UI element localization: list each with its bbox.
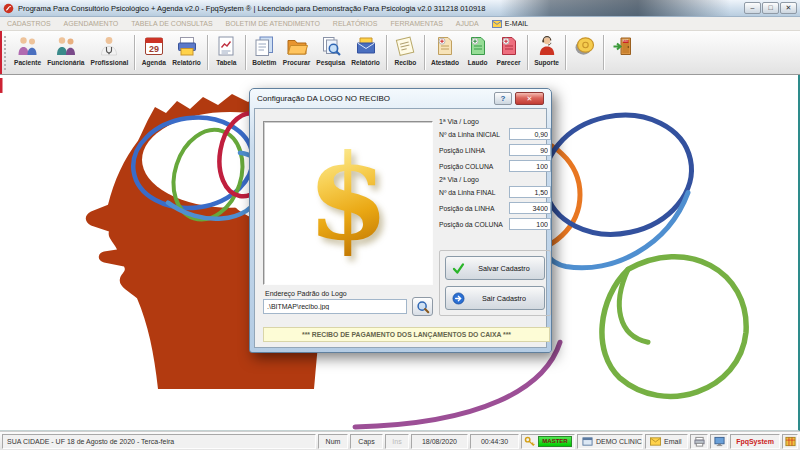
toolbar-procurar-button[interactable]: Procurar bbox=[280, 32, 314, 73]
toolbar-label: Laudo bbox=[468, 59, 488, 66]
dialog-title-bar: Configuração DA LOGO NO RECIBO ? ✕ bbox=[254, 89, 547, 108]
toolbar-label: Suporte bbox=[534, 59, 559, 66]
cabinet-icon bbox=[785, 436, 796, 447]
red-edge-decoration bbox=[0, 31, 2, 74]
group1-title: 1ª Via / Logo bbox=[439, 118, 551, 125]
clinic-name: DEMO CLINICA 2.0 bbox=[596, 438, 643, 445]
toolbar-boletim-button[interactable]: Boletim bbox=[249, 32, 280, 73]
status-caps-lock: Caps bbox=[350, 434, 383, 449]
toolbar: Paciente Funcionária Profissional 29 Age… bbox=[0, 31, 800, 75]
toolbar-separator bbox=[207, 35, 208, 70]
toolbar-separator bbox=[565, 35, 566, 70]
linha-inicial-input[interactable] bbox=[509, 128, 551, 140]
toolbar-paciente-button[interactable]: Paciente bbox=[11, 32, 44, 73]
menu-relatorios[interactable]: RELATÓRIOS bbox=[333, 20, 378, 27]
toolbar-exit-button[interactable]: EXIT bbox=[607, 32, 638, 73]
field-label: Nº da Linha INICIAL bbox=[439, 131, 509, 138]
app-window: Programa Para Consultório Psicológico + … bbox=[0, 0, 800, 450]
status-monitor[interactable] bbox=[710, 434, 728, 449]
calendar-icon: 29 bbox=[142, 34, 166, 58]
posicao-da-coluna-input[interactable] bbox=[509, 218, 551, 230]
window-title: Programa Para Consultório Psicológico + … bbox=[18, 4, 740, 13]
toolbar-suporte-button[interactable]: Suporte bbox=[531, 32, 562, 73]
status-email[interactable]: Email bbox=[645, 434, 688, 449]
toolbar-laudo-button[interactable]: Laudo bbox=[462, 32, 493, 73]
posicao-linha-input[interactable] bbox=[509, 144, 551, 156]
toolbar-profissional-button[interactable]: Profissional bbox=[88, 32, 132, 73]
browse-logo-button[interactable] bbox=[412, 297, 433, 316]
toolbar-recibo-button[interactable]: Recibo bbox=[390, 32, 421, 73]
logo-preview-panel: $ bbox=[263, 121, 433, 285]
logo-path-label: Endereço Padrão do Logo bbox=[265, 290, 347, 297]
toolbar-relatorio2-button[interactable]: Relatório bbox=[348, 32, 383, 73]
toolbar-label: Agenda bbox=[142, 59, 166, 66]
magnifier-icon bbox=[416, 300, 430, 314]
posicao-da-linha-input[interactable] bbox=[509, 202, 551, 214]
posicao-coluna-input[interactable] bbox=[509, 160, 551, 172]
status-printer[interactable] bbox=[690, 434, 708, 449]
toolbar-grip bbox=[3, 35, 8, 70]
toolbar-funcionaria-button[interactable]: Funcionária bbox=[44, 32, 87, 73]
maximize-button[interactable]: □ bbox=[762, 2, 779, 14]
receipt-footer-note: *** RECIBO DE PAGAMENTO DOS LANÇAMENTOS … bbox=[263, 327, 550, 342]
toolbar-separator bbox=[386, 35, 387, 70]
status-date: 18/08/2020 bbox=[411, 434, 468, 449]
status-brand: FpqSystem bbox=[730, 434, 780, 449]
title-bar: Programa Para Consultório Psicológico + … bbox=[0, 0, 800, 17]
toolbar-relatorio-button[interactable]: Relatório bbox=[169, 32, 204, 73]
check-icon bbox=[452, 262, 465, 275]
exit-dialog-button[interactable]: Sair Cadastro bbox=[445, 286, 545, 310]
status-tool[interactable] bbox=[782, 434, 798, 449]
email-label: Email bbox=[664, 438, 682, 445]
linha-final-input[interactable] bbox=[509, 186, 551, 198]
dialog-close-button[interactable]: ✕ bbox=[515, 92, 544, 105]
status-insert: Ins bbox=[385, 434, 409, 449]
toolbar-parecer-button[interactable]: Parecer bbox=[493, 32, 524, 73]
logo-path-input[interactable] bbox=[263, 299, 407, 314]
save-button-label: Salvar Cadastro bbox=[470, 264, 538, 273]
menu-agendamento[interactable]: AGENDAMENTO bbox=[64, 20, 119, 27]
certificate-note-icon bbox=[433, 34, 457, 58]
toolbar-agenda-button[interactable]: 29 Agenda bbox=[138, 32, 169, 73]
doctor-icon bbox=[97, 34, 121, 58]
exit-door-icon: EXIT bbox=[611, 34, 635, 58]
dialog-help-button[interactable]: ? bbox=[494, 92, 512, 105]
svg-text:29: 29 bbox=[149, 44, 159, 54]
close-button[interactable]: ✕ bbox=[780, 2, 797, 14]
field-row: Nº da Linha FINAL bbox=[439, 186, 551, 198]
status-clinic: DEMO CLINICA 2.0 bbox=[577, 434, 643, 449]
dialog-actions-group: Salvar Cadastro Sair Cadastro bbox=[439, 250, 551, 316]
documents-icon bbox=[252, 34, 276, 58]
email-icon bbox=[492, 20, 502, 28]
menu-email-label: E-MAIL bbox=[505, 20, 528, 27]
staff-icon bbox=[54, 34, 78, 58]
toolbar-tabela-button[interactable]: Tabela bbox=[211, 32, 242, 73]
menu-boletim-de-atendimento[interactable]: BOLETIM DE ATENDIMENTO bbox=[226, 20, 320, 27]
toolbar-label: Funcionária bbox=[47, 59, 84, 66]
menu-tabela-de-consultas[interactable]: TABELA DE CONSULTAS bbox=[131, 20, 212, 27]
dialog-body: $ Endereço Padrão do Logo 1ª Via / Logo … bbox=[254, 108, 547, 348]
field-label: Posição COLUNA bbox=[439, 163, 509, 170]
field-label: Nº da Linha FINAL bbox=[439, 189, 509, 196]
toolbar-pesquisa-button[interactable]: Pesquisa bbox=[313, 32, 348, 73]
save-button[interactable]: Salvar Cadastro bbox=[445, 256, 545, 280]
menu-bar: CADASTROS AGENDAMENTO TABELA DE CONSULTA… bbox=[0, 17, 800, 31]
toolbar-atestado-button[interactable]: Atestado bbox=[428, 32, 462, 73]
toolbar-separator bbox=[134, 35, 135, 70]
toolbar-label: Paciente bbox=[14, 59, 41, 66]
menu-ajuda[interactable]: AJUDA bbox=[456, 20, 479, 27]
menu-ferramentas[interactable]: FERRAMENTAS bbox=[390, 20, 442, 27]
arrow-circle-icon bbox=[452, 292, 465, 305]
opinion-note-icon bbox=[497, 34, 521, 58]
dialog-title: Configuração DA LOGO NO RECIBO bbox=[257, 94, 491, 103]
status-location: SUA CIDADE - UF 18 de Agosto de 2020 - T… bbox=[2, 434, 316, 449]
minimize-button[interactable]: – bbox=[744, 2, 761, 14]
toolbar-coin-button[interactable] bbox=[569, 32, 600, 73]
menu-email[interactable]: E-MAIL bbox=[492, 20, 528, 28]
status-bar: SUA CIDADE - UF 18 de Agosto de 2020 - T… bbox=[0, 431, 800, 450]
menu-cadastros[interactable]: CADASTROS bbox=[7, 20, 51, 27]
toolbar-separator bbox=[527, 35, 528, 70]
field-row: Nº da Linha INICIAL bbox=[439, 128, 551, 140]
status-time: 00:44:30 bbox=[470, 434, 519, 449]
master-level-bar: MASTER bbox=[538, 436, 572, 447]
